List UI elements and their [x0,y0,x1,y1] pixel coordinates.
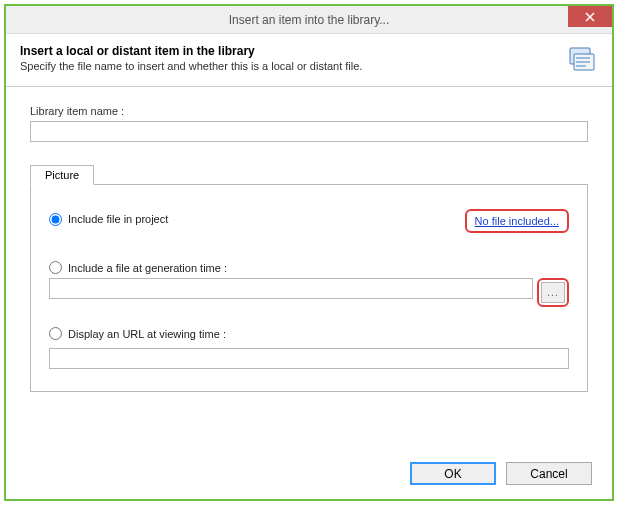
radio-include-at-generation[interactable] [49,261,62,274]
header-subtitle: Specify the file name to insert and whet… [20,60,362,72]
window-title: Insert an item into the library... [229,13,390,27]
header-text: Insert a local or distant item in the li… [20,44,362,72]
generation-path-input[interactable] [49,278,533,299]
browse-button[interactable]: ... [541,282,565,303]
file-status-link[interactable]: No file included... [475,215,559,227]
close-icon [585,12,595,22]
dialog-window: Insert an item into the library... Inser… [4,4,614,501]
button-bar: OK Cancel [410,462,592,485]
header-title: Insert a local or distant item in the li… [20,44,255,58]
highlight-no-file: No file included... [465,209,569,233]
ok-button[interactable]: OK [410,462,496,485]
url-input[interactable] [49,348,569,369]
content-area: Library item name : Picture Include file… [6,87,612,402]
library-icon [564,44,598,74]
library-item-name-label: Library item name : [30,105,588,117]
tab-picture[interactable]: Picture [30,165,94,185]
tabset: Picture Include file in project No file … [30,164,588,392]
highlight-browse: ... [537,278,569,307]
cancel-button[interactable]: Cancel [506,462,592,485]
option-include-at-generation[interactable]: Include a file at generation time : [49,261,569,274]
header-panel: Insert a local or distant item in the li… [6,34,612,87]
option-include-in-project[interactable]: Include file in project [49,213,168,226]
option-display-url-label: Display an URL at viewing time : [68,328,226,340]
close-button[interactable] [568,6,612,27]
radio-display-url[interactable] [49,327,62,340]
option-display-url[interactable]: Display an URL at viewing time : [49,327,569,340]
library-item-name-input[interactable] [30,121,588,142]
tab-panel-picture: Include file in project No file included… [30,184,588,392]
titlebar: Insert an item into the library... [6,6,612,34]
option-include-at-generation-label: Include a file at generation time : [68,262,227,274]
radio-include-in-project[interactable] [49,213,62,226]
option-include-in-project-label: Include file in project [68,213,168,225]
